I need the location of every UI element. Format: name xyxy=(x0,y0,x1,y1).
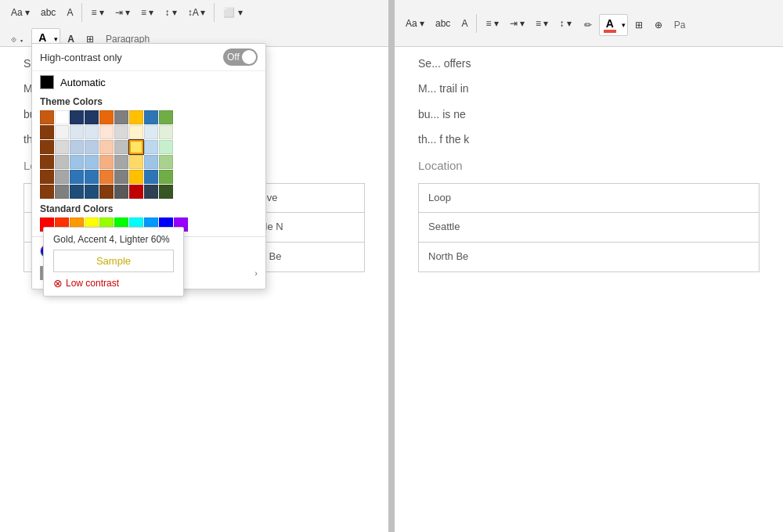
line-spacing-btn[interactable]: ↕ ▾ xyxy=(160,4,181,21)
color-swatch[interactable] xyxy=(159,140,173,154)
color-swatch[interactable] xyxy=(99,185,114,199)
color-swatch[interactable] xyxy=(159,185,173,199)
color-swatch[interactable] xyxy=(114,110,128,124)
color-swatch[interactable] xyxy=(55,170,69,184)
color-swatch[interactable] xyxy=(40,125,54,139)
right-doc-para-2: M... trail in xyxy=(418,80,760,97)
color-swatch[interactable] xyxy=(114,155,128,169)
right-list-btn[interactable]: ≡ ▾ xyxy=(481,15,503,32)
tooltip-sample: Sample xyxy=(53,250,174,272)
color-swatch[interactable] xyxy=(55,110,69,124)
list-btn[interactable]: ≡ ▾ xyxy=(86,4,108,21)
color-swatch[interactable] xyxy=(55,185,69,199)
color-swatch[interactable] xyxy=(144,140,158,154)
high-contrast-toggle[interactable]: Off xyxy=(223,49,258,66)
right-toolbar-sep-1 xyxy=(476,14,477,33)
right-globe-btn[interactable]: ⊕ xyxy=(650,16,667,34)
color-swatch[interactable] xyxy=(99,125,114,139)
color-swatch[interactable] xyxy=(85,185,99,199)
color-swatch[interactable] xyxy=(129,185,143,199)
right-font-color-button[interactable]: A ▾ xyxy=(599,14,628,36)
right-indent-btn[interactable]: ⇥ ▾ xyxy=(505,15,529,32)
font-size-dropdown[interactable]: Aa ▾ xyxy=(6,4,34,21)
font-size-small[interactable]: A xyxy=(62,4,78,21)
table-row: Seattle xyxy=(419,213,760,243)
right-font-style-btn[interactable]: abc xyxy=(431,15,455,32)
tooltip-title: Gold, Accent 4, Lighter 60% xyxy=(53,234,174,245)
color-swatch[interactable] xyxy=(70,155,84,169)
color-swatch[interactable] xyxy=(70,170,84,184)
shading-btn[interactable]: ⬜ ▾ xyxy=(218,4,247,21)
color-swatch[interactable] xyxy=(40,170,54,184)
color-swatch[interactable] xyxy=(40,140,54,154)
automatic-color-row[interactable]: Automatic xyxy=(32,71,265,93)
color-swatch[interactable] xyxy=(129,140,143,154)
right-doc-para-1: Se... offers xyxy=(418,55,760,72)
table-row: Loop xyxy=(419,183,760,213)
right-doc-para-3: bu... is ne xyxy=(418,106,760,123)
color-swatch[interactable] xyxy=(159,125,173,139)
theme-colors-label: Theme Colors xyxy=(32,93,265,109)
color-swatch[interactable] xyxy=(129,125,143,139)
color-swatch[interactable] xyxy=(55,125,69,139)
color-swatch[interactable] xyxy=(114,140,128,154)
right-align-btn[interactable]: ≡ ▾ xyxy=(531,15,553,32)
color-swatch[interactable] xyxy=(70,125,84,139)
toggle-knob xyxy=(242,50,256,64)
color-swatch[interactable] xyxy=(70,185,84,199)
high-contrast-toggle-row: High-contrast only Off xyxy=(32,44,265,71)
right-pen-btn[interactable]: ✏ xyxy=(579,16,597,34)
color-swatch[interactable] xyxy=(129,110,143,124)
font-style-btn[interactable]: abc xyxy=(36,4,60,21)
low-contrast-text: Low contrast xyxy=(66,278,119,289)
color-swatch[interactable] xyxy=(99,155,114,169)
font-size-group: Aa ▾ abc A ≡ ▾ ⇥ ▾ ≡ ▾ ↕ ▾ ↕A ▾ ⬜ ▾ xyxy=(6,3,247,22)
color-swatch[interactable] xyxy=(40,185,54,199)
color-swatch[interactable] xyxy=(144,185,158,199)
color-swatch[interactable] xyxy=(55,155,69,169)
color-swatch[interactable] xyxy=(159,110,173,124)
color-swatch[interactable] xyxy=(70,110,84,124)
color-swatch[interactable] xyxy=(40,110,54,124)
sort-btn[interactable]: ↕A ▾ xyxy=(183,4,211,21)
color-swatch[interactable] xyxy=(144,155,158,169)
color-swatch[interactable] xyxy=(144,125,158,139)
color-swatch[interactable] xyxy=(159,170,173,184)
right-font-size-small[interactable]: A xyxy=(456,15,472,32)
color-tooltip: Gold, Accent 4, Lighter 60% Sample ⊗ Low… xyxy=(43,227,184,297)
color-swatch[interactable] xyxy=(99,140,114,154)
color-swatch[interactable] xyxy=(144,110,158,124)
color-swatch[interactable] xyxy=(114,170,128,184)
automatic-swatch xyxy=(40,75,54,89)
toolbar-sep-2 xyxy=(214,3,215,22)
font-color-chevron[interactable]: ▾ xyxy=(52,35,60,43)
color-swatch[interactable] xyxy=(85,125,99,139)
indent-btn[interactable]: ⇥ ▾ xyxy=(110,4,135,21)
color-swatch[interactable] xyxy=(85,140,99,154)
right-font-color-chevron[interactable]: ▾ xyxy=(620,21,627,29)
color-swatch[interactable] xyxy=(70,140,84,154)
color-swatch[interactable] xyxy=(129,170,143,184)
right-panel: Aa ▾ abc A ≡ ▾ ⇥ ▾ ≡ ▾ ↕ ▾ ✏ A ▾ ⊞ ⊕ Pa … xyxy=(395,0,783,532)
color-swatch[interactable] xyxy=(129,155,143,169)
color-swatch[interactable] xyxy=(144,170,158,184)
color-swatch[interactable] xyxy=(159,155,173,169)
color-swatch[interactable] xyxy=(40,155,54,169)
color-swatch[interactable] xyxy=(99,110,114,124)
table-row: North Be xyxy=(419,243,760,272)
color-swatch[interactable] xyxy=(85,110,99,124)
right-second-row: ✏ A ▾ ⊞ ⊕ Pa xyxy=(579,14,691,36)
right-paragraph-label: Pa xyxy=(669,16,691,34)
color-swatch[interactable] xyxy=(85,170,99,184)
color-swatch[interactable] xyxy=(99,170,114,184)
format-btn[interactable]: ⟐ ▾ xyxy=(6,31,29,48)
color-swatch[interactable] xyxy=(114,185,128,199)
right-font-size-dropdown[interactable]: Aa ▾ xyxy=(401,15,429,32)
right-line-spacing-btn[interactable]: ↕ ▾ xyxy=(554,15,576,32)
color-swatch[interactable] xyxy=(114,125,128,139)
right-trails-table: Loop Seattle North Be xyxy=(418,183,760,272)
color-swatch[interactable] xyxy=(85,155,99,169)
color-swatch[interactable] xyxy=(55,140,69,154)
right-border-btn[interactable]: ⊞ xyxy=(630,16,648,34)
align-btn[interactable]: ≡ ▾ xyxy=(136,4,158,21)
